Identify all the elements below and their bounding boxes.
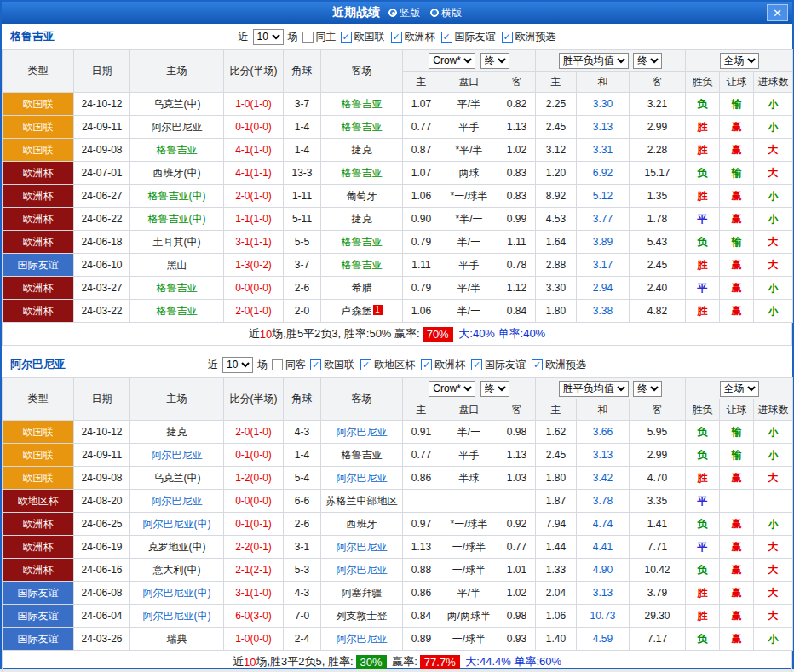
away-team[interactable]: 阿尔巴尼亚 [321,536,403,559]
away-team[interactable]: 阿尔巴尼亚 [321,628,403,651]
dialog-title: 近期战绩 [332,5,380,20]
away-team[interactable]: 苏格兰中部地区 [321,490,403,513]
home-team[interactable]: 乌克兰(中) [130,467,224,490]
home-team[interactable]: 阿尔巴尼亚(中) [130,513,224,536]
odds-home-cell: 1.07 [403,93,440,116]
away-team[interactable]: 格鲁吉亚 [321,231,403,254]
home-team[interactable]: 格鲁吉亚 [130,139,224,162]
avg-home-cell: 1.40 [536,628,577,651]
layout-horizontal-radio[interactable]: 横版 [430,6,462,20]
corner-cell: 13-3 [284,162,321,185]
avg-draw-cell: 6.92 [577,162,630,185]
away-team[interactable]: 希腊 [321,277,403,300]
corner-cell: 1-11 [284,185,321,208]
home-team[interactable]: 格鲁吉亚(中) [130,185,224,208]
competition-filter[interactable]: ✓欧国联 [310,358,354,372]
away-team[interactable]: 格鲁吉亚 [321,162,403,185]
match-row: 国际友谊24-03-26瑞典1-0(0-0)2-4阿尔巴尼亚0.89一/球半0.… [3,628,793,651]
home-team[interactable]: 格鲁吉亚 [130,277,224,300]
avg-odds-select[interactable]: 胜平负均值 [559,53,629,69]
competition-filter[interactable]: ✓欧洲预选 [532,358,586,372]
competition-filter[interactable]: ✓国际友谊 [471,358,526,372]
away-team[interactable]: 捷克 [321,139,403,162]
col-header-home: 主场 [130,378,224,421]
result-cell: 胜 [686,116,720,139]
away-team[interactable]: 捷克 [321,208,403,231]
competition-filter[interactable]: ✓国际友谊 [441,30,496,44]
score-cell: 1-0(1-0) [224,93,284,116]
handicap-result-cell: 赢 [720,559,754,582]
home-team[interactable]: 克罗地亚(中) [130,536,224,559]
avg-home-cell: 3.12 [536,139,577,162]
home-team[interactable]: 格鲁吉亚(中) [130,208,224,231]
results-table: 类型 日期 主场 比分(半场) 角球 客场 Crow* 终 胜平负均值 终 [2,49,793,323]
sub-header-handicap: 盘口 [440,399,498,421]
away-team[interactable]: 西班牙 [321,513,403,536]
away-team[interactable]: 列支敦士登 [321,605,403,628]
avg-time-select[interactable]: 终 [633,53,662,69]
goals-result-cell: 大 [754,139,793,162]
away-team[interactable]: 格鲁吉亚 [321,93,403,116]
summary-segment: 近 [249,326,260,342]
odds-home-cell: 0.89 [403,628,440,651]
away-team[interactable]: 格鲁吉亚 [321,444,403,467]
away-team[interactable]: 阿尔巴尼亚 [321,421,403,444]
avg-draw-cell: 3.66 [577,421,630,444]
competition-filter[interactable]: ✓欧地区杯 [360,358,415,372]
match-count-select[interactable]: 10 [253,29,284,45]
home-team[interactable]: 阿尔巴尼亚(中) [130,582,224,605]
handicap-cell: 两球 [440,162,498,185]
match-row: 欧洲杯24-03-22格鲁吉亚2-0(1-0)2-0卢森堡11.06半/一0.8… [3,300,793,323]
match-date: 24-03-26 [74,628,130,651]
odds-source-select[interactable]: Crow* [429,53,475,69]
odds-away-cell: 1.02 [498,582,536,605]
home-team[interactable]: 阿尔巴尼亚 [130,444,224,467]
results-table: 类型 日期 主场 比分(半场) 角球 客场 Crow* 终 胜平负均值 终 [2,377,793,651]
home-team[interactable]: 乌克兰(中) [130,93,224,116]
home-team[interactable]: 格鲁吉亚 [130,300,224,323]
competition-filter[interactable]: ✓欧洲预选 [502,30,556,44]
away-team[interactable]: 格鲁吉亚 [321,116,403,139]
same-venue-filter[interactable]: 同客 [272,358,306,372]
competition-filter-label: 欧洲杯 [434,358,465,372]
competition-badge: 国际友谊 [3,582,74,605]
match-count-select[interactable]: 10 [222,357,253,373]
competition-filter[interactable]: ✓欧国联 [341,30,385,44]
result-cell: 胜 [686,139,720,162]
home-team[interactable]: 阿尔巴尼亚(中) [130,605,224,628]
away-team[interactable]: 格鲁吉亚 [321,254,403,277]
same-venue-filter[interactable]: 同主 [302,30,337,44]
away-team[interactable]: 卢森堡1 [321,300,403,323]
filter-row: 阿尔巴尼亚 近 10 场 同客 ✓欧国联✓欧地区杯✓欧洲杯✓国际友谊✓欧洲预选 [2,352,792,377]
home-team[interactable]: 瑞典 [130,628,224,651]
home-team[interactable]: 阿尔巴尼亚 [130,116,224,139]
avg-odds-select[interactable]: 胜平负均值 [559,381,629,397]
avg-time-select[interactable]: 终 [633,381,662,397]
odds-source-select[interactable]: Crow* [429,381,475,397]
home-team[interactable]: 西班牙(中) [130,162,224,185]
odds-home-cell: 0.91 [403,421,440,444]
match-date: 24-06-27 [74,185,130,208]
odds-home-cell: 1.07 [403,162,440,185]
away-team[interactable]: 阿尔巴尼亚 [321,467,403,490]
home-team[interactable]: 阿尔巴尼亚 [130,490,224,513]
home-team[interactable]: 黑山 [130,254,224,277]
competition-filter[interactable]: ✓欧洲杯 [391,30,435,44]
handicap-result-cell: 赢 [720,300,754,323]
layout-vertical-radio[interactable]: 竖版 [388,6,420,20]
odds-time-select[interactable]: 终 [480,381,509,397]
competition-filter[interactable]: ✓欧洲杯 [421,358,465,372]
odds-time-select[interactable]: 终 [480,53,509,69]
away-team[interactable]: 阿塞拜疆 [321,582,403,605]
close-button[interactable]: ✕ [767,4,788,21]
fulltime-select[interactable]: 全场 [720,53,759,69]
home-team[interactable]: 意大利(中) [130,559,224,582]
avg-away-cell: 15.17 [630,162,686,185]
home-team[interactable]: 捷克 [130,421,224,444]
fulltime-select[interactable]: 全场 [720,381,759,397]
home-team[interactable]: 土耳其(中) [130,231,224,254]
away-team[interactable]: 阿尔巴尼亚 [321,559,403,582]
avg-away-cell: 29.30 [630,605,686,628]
same-venue-label: 同客 [285,358,306,372]
away-team[interactable]: 葡萄牙 [321,185,403,208]
